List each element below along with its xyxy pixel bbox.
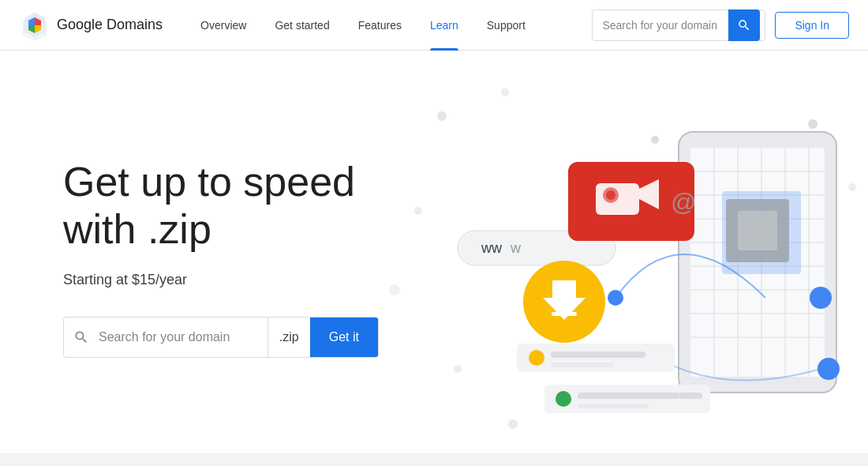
svg-text:w: w [510,240,522,256]
header-search-bar [592,9,765,41]
svg-point-25 [817,358,840,380]
svg-point-49 [808,119,817,129]
nav-item-overview[interactable]: Overview [188,0,259,51]
svg-rect-47 [578,404,649,408]
search-icon-wrap [64,329,99,345]
hero-section: Get up to speed with .zip Starting at $1… [0,51,868,466]
site-header: Google Domains Overview Get started Feat… [0,0,868,51]
svg-point-44 [556,391,571,407]
svg-rect-42 [551,363,614,367]
svg-rect-45 [578,393,680,399]
bottom-bar [0,453,868,466]
svg-rect-38 [552,312,577,316]
svg-point-50 [848,183,856,191]
nav-item-learn[interactable]: Learn [417,0,471,51]
main-nav: Overview Get started Features Learn Supp… [188,0,592,51]
svg-point-48 [651,136,659,144]
google-domains-logo-icon [19,9,51,41]
svg-point-4 [454,365,462,373]
hero-content: Get up to speed with .zip Starting at $1… [0,159,379,359]
svg-point-0 [437,111,447,121]
hero-subtitle: Starting at $15/year [63,272,379,288]
svg-point-51 [508,419,518,429]
header-right: Sign In [592,9,849,41]
domain-extension: .zip [268,318,310,357]
svg-point-2 [414,207,422,215]
svg-point-1 [501,88,509,96]
svg-point-3 [389,284,400,295]
hero-illustration: ww w @ [379,69,868,448]
svg-rect-22 [738,211,777,250]
svg-point-34 [606,190,615,200]
logo-text: Google Domains [57,17,163,33]
nav-item-features[interactable]: Features [346,0,414,51]
search-icon [737,18,751,32]
nav-item-support[interactable]: Support [474,0,538,51]
hero-search-input[interactable] [99,318,268,357]
svg-rect-41 [551,351,645,358]
svg-point-24 [810,287,832,309]
nav-item-get-started[interactable]: Get started [262,0,342,51]
svg-text:ww: ww [481,240,503,256]
svg-point-40 [529,350,544,366]
header-search-input[interactable] [602,19,728,32]
svg-point-23 [608,290,623,306]
header-search-button[interactable] [728,9,760,41]
svg-text:@: @ [671,188,696,216]
sign-in-button[interactable]: Sign In [775,12,849,39]
get-it-button[interactable]: Get it [310,318,378,357]
hero-svg-illustration: ww w @ [379,69,868,448]
hero-search-box: .zip Get it [63,317,379,358]
search-icon [73,329,89,345]
logo-link[interactable]: Google Domains [19,9,163,41]
svg-rect-46 [679,393,702,399]
hero-title: Get up to speed with .zip [63,159,379,254]
